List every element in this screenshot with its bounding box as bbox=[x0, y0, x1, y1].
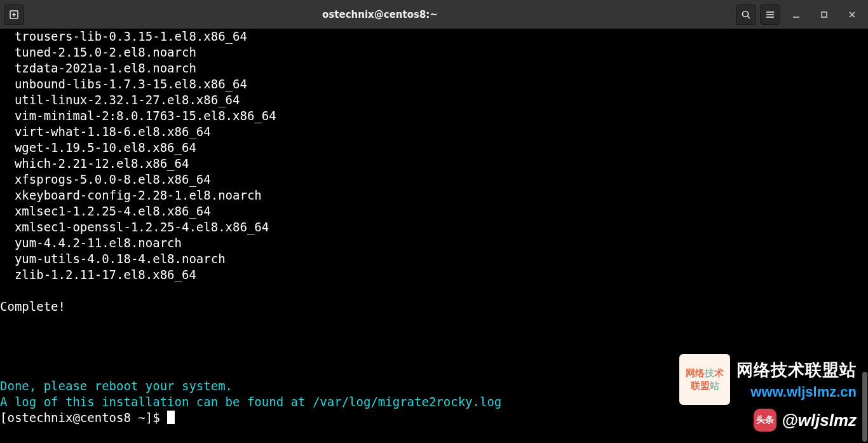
scrollbar-track[interactable] bbox=[860, 29, 868, 443]
window-titlebar: ostechnix@centos8:~ bbox=[0, 0, 868, 29]
close-icon bbox=[848, 11, 856, 18]
menu-button[interactable] bbox=[760, 4, 780, 25]
maximize-button[interactable] bbox=[812, 4, 836, 25]
new-tab-icon bbox=[9, 10, 19, 20]
terminal-body[interactable]: trousers-lib-0.3.15-1.el8.x86_64 tuned-2… bbox=[0, 29, 868, 443]
svg-point-3 bbox=[743, 11, 749, 17]
search-button[interactable] bbox=[736, 4, 756, 25]
svg-rect-9 bbox=[822, 12, 827, 17]
maximize-icon bbox=[820, 11, 828, 18]
terminal-output: trousers-lib-0.3.15-1.el8.x86_64 tuned-2… bbox=[0, 29, 868, 426]
minimize-button[interactable] bbox=[784, 4, 808, 25]
minimize-icon bbox=[792, 11, 800, 18]
scrollbar-thumb[interactable] bbox=[862, 372, 867, 442]
window-title: ostechnix@centos8:~ bbox=[28, 9, 732, 20]
hamburger-icon bbox=[765, 10, 775, 20]
cursor bbox=[167, 411, 175, 424]
search-icon bbox=[741, 10, 751, 20]
svg-line-4 bbox=[748, 16, 750, 18]
close-button[interactable] bbox=[840, 4, 864, 25]
new-tab-button[interactable] bbox=[4, 4, 24, 25]
